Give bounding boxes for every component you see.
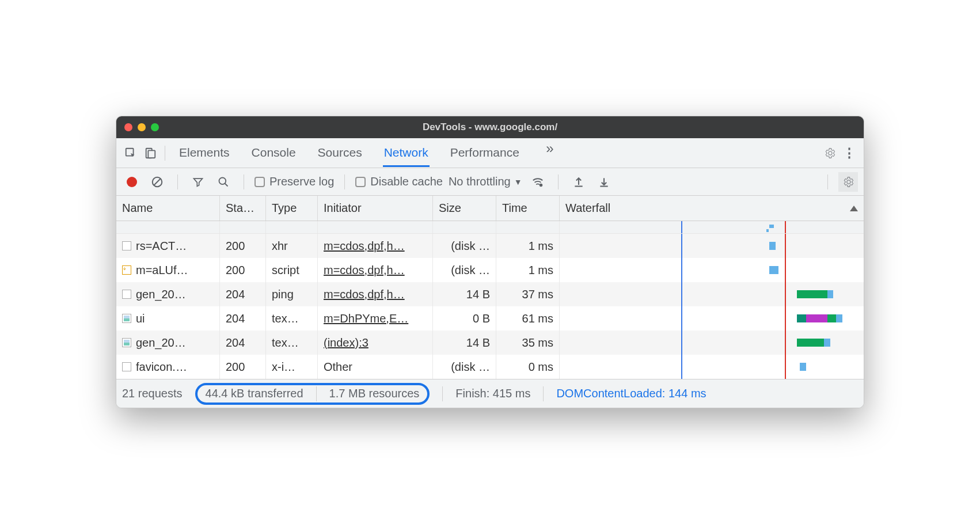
cell-size: 14 B: [433, 282, 496, 306]
cell-time: 1 ms: [496, 234, 560, 258]
cell-waterfall: [560, 306, 864, 331]
tab-sources[interactable]: Sources: [317, 139, 363, 167]
col-waterfall[interactable]: Waterfall: [560, 196, 864, 221]
col-name[interactable]: Name: [116, 196, 220, 221]
window-title: DevTools - www.google.com/: [116, 121, 864, 133]
divider: [316, 386, 317, 401]
col-initiator[interactable]: Initiator: [318, 196, 433, 221]
kebab-menu-icon[interactable]: ⋮: [840, 143, 859, 163]
request-name: m=aLUf…: [136, 264, 188, 277]
img-file-icon: [122, 314, 131, 323]
cell-time: 37 ms: [496, 282, 560, 306]
cell-time: 61 ms: [496, 306, 560, 331]
devtools-tabbar: Elements Console Sources Network Perform…: [116, 138, 864, 168]
tab-console[interactable]: Console: [250, 139, 297, 167]
cell-waterfall: [560, 355, 864, 379]
disable-cache-label: Disable cache: [370, 175, 443, 188]
divider: [244, 174, 244, 189]
request-name: gen_20…: [136, 288, 186, 301]
throttling-dropdown[interactable]: No throttling ▼: [449, 175, 522, 188]
request-row[interactable]: gen_20…204tex…(index):314 B35 ms: [116, 331, 864, 355]
cell-waterfall: [560, 258, 864, 282]
load-marker-line: [785, 258, 786, 282]
divider: [165, 146, 165, 161]
waterfall-bar: [797, 290, 827, 298]
waterfall-bar: [797, 314, 806, 322]
preserve-log-checkbox[interactable]: Preserve log: [255, 175, 334, 188]
record-button[interactable]: [122, 172, 142, 192]
load-marker-line: [785, 282, 786, 306]
svg-line-4: [154, 179, 161, 185]
checkbox-icon: [255, 177, 265, 187]
svg-point-7: [540, 184, 542, 186]
cell-size: (disk …: [433, 258, 496, 282]
export-har-icon[interactable]: [594, 172, 614, 192]
svg-point-5: [219, 177, 226, 184]
throttling-label: No throttling: [449, 175, 511, 188]
cell-status: 200: [220, 234, 266, 258]
cell-size: 14 B: [433, 331, 496, 355]
cell-initiator[interactable]: m=cdos,dpf,h…: [324, 264, 405, 277]
devtools-window: DevTools - www.google.com/ Elements Cons…: [116, 116, 864, 408]
col-time[interactable]: Time: [496, 196, 560, 221]
col-type[interactable]: Type: [266, 196, 318, 221]
cell-waterfall: [560, 331, 864, 355]
waterfall-bar: [769, 266, 778, 274]
col-waterfall-label: Waterfall: [565, 202, 610, 215]
tab-elements[interactable]: Elements: [178, 139, 231, 167]
tab-network[interactable]: Network: [383, 139, 430, 167]
status-finish: Finish: 415 ms: [455, 387, 530, 400]
waterfall-bar: [827, 314, 837, 322]
divider: [543, 386, 544, 401]
inspect-element-icon[interactable]: [121, 143, 140, 163]
device-toolbar-icon[interactable]: [140, 143, 160, 163]
cell-initiator[interactable]: m=DhPYme,E…: [324, 312, 408, 325]
import-har-icon[interactable]: [569, 172, 588, 192]
more-tabs-icon[interactable]: »: [540, 139, 560, 158]
search-icon[interactable]: [214, 172, 233, 192]
waterfall-bar: [827, 290, 834, 298]
waterfall-bar: [800, 363, 806, 371]
filter-icon[interactable]: [188, 172, 208, 192]
cell-initiator[interactable]: m=cdos,dpf,h…: [324, 240, 405, 253]
col-size[interactable]: Size: [433, 196, 496, 221]
disable-cache-checkbox[interactable]: Disable cache: [355, 175, 443, 188]
request-row[interactable]: m=aLUf…200scriptm=cdos,dpf,h…(disk …1 ms: [116, 258, 864, 282]
cell-type: script: [266, 258, 318, 282]
waterfall-overview[interactable]: [116, 221, 864, 234]
tab-performance[interactable]: Performance: [449, 139, 521, 167]
cell-initiator[interactable]: m=cdos,dpf,h…: [324, 288, 405, 301]
column-headers: Name Sta… Type Initiator Size Time Water…: [116, 196, 864, 221]
divider: [442, 386, 443, 401]
request-row[interactable]: rs=ACT…200xhrm=cdos,dpf,h…(disk …1 ms: [116, 234, 864, 258]
col-status[interactable]: Sta…: [220, 196, 266, 221]
load-marker-line: [785, 221, 786, 233]
divider: [344, 174, 345, 189]
clear-button[interactable]: [147, 172, 167, 192]
cell-initiator[interactable]: (index):3: [324, 336, 369, 350]
request-row[interactable]: favicon.…200x-i…Other(disk …0 ms: [116, 355, 864, 379]
waterfall-bar: [824, 339, 830, 347]
svg-rect-2: [148, 150, 155, 158]
request-row[interactable]: ui204tex…m=DhPYme,E…0 B61 ms: [116, 306, 864, 331]
waterfall-bar: [806, 314, 827, 322]
cell-time: 35 ms: [496, 331, 560, 355]
request-name: favicon.…: [136, 360, 187, 374]
network-toolbar: Preserve log Disable cache No throttling…: [116, 168, 864, 196]
highlighted-summary: 44.4 kB transferred 1.7 MB resources: [195, 383, 430, 405]
cell-type: xhr: [266, 234, 318, 258]
settings-icon[interactable]: [820, 143, 840, 163]
cell-status: 200: [220, 258, 266, 282]
request-table: rs=ACT…200xhrm=cdos,dpf,h…(disk …1 msm=a…: [116, 234, 864, 379]
request-row[interactable]: gen_20…204pingm=cdos,dpf,h…14 B37 ms: [116, 282, 864, 306]
divider: [177, 174, 178, 189]
network-conditions-icon[interactable]: [528, 172, 548, 192]
cell-type: ping: [266, 282, 318, 306]
cell-time: 1 ms: [496, 258, 560, 282]
cell-waterfall: [560, 234, 864, 258]
request-name: rs=ACT…: [136, 240, 187, 253]
network-settings-icon[interactable]: [838, 172, 858, 192]
sort-asc-icon: [850, 206, 858, 211]
doc-file-icon: [122, 290, 131, 299]
divider: [827, 174, 828, 189]
